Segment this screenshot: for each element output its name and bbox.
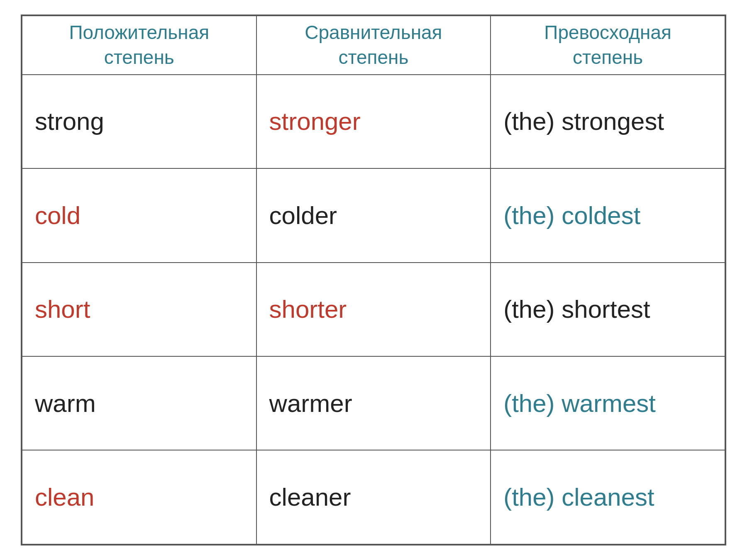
cell-superlative-warm: (the) warmest xyxy=(491,356,725,450)
cell-comparative-cold: colder xyxy=(256,168,491,262)
cell-comparative-warm: warmer xyxy=(256,356,491,450)
cell-positive-clean: clean xyxy=(22,450,256,544)
cell-comparative-clean: cleaner xyxy=(256,450,491,544)
cell-positive-warm: warm xyxy=(22,356,256,450)
table-row-clean: cleancleaner(the) cleanest xyxy=(22,450,725,544)
cell-comparative-short: shorter xyxy=(256,263,491,356)
header-superlative: Превосходнаястепень xyxy=(491,16,725,75)
cell-positive-strong: strong xyxy=(22,75,256,168)
table-row-short: shortshorter(the) shortest xyxy=(22,263,725,356)
cell-superlative-short: (the) shortest xyxy=(491,263,725,356)
header-comparative: Сравнительнаястепень xyxy=(256,16,491,75)
header-positive: Положительнаястепень xyxy=(22,16,256,75)
cell-superlative-clean: (the) cleanest xyxy=(491,450,725,544)
cell-comparative-strong: stronger xyxy=(256,75,491,168)
comparison-table-wrapper: Положительнаястепень Сравнительнаястепен… xyxy=(21,15,726,545)
table-row-warm: warmwarmer(the) warmest xyxy=(22,356,725,450)
cell-superlative-strong: (the) strongest xyxy=(491,75,725,168)
cell-positive-short: short xyxy=(22,263,256,356)
cell-superlative-cold: (the) coldest xyxy=(491,168,725,262)
table-row-strong: strongstronger(the) strongest xyxy=(22,75,725,168)
adjective-comparison-table: Положительнаястепень Сравнительнаястепен… xyxy=(22,15,725,545)
table-row-cold: coldcolder(the) coldest xyxy=(22,168,725,262)
header-row: Положительнаястепень Сравнительнаястепен… xyxy=(22,16,725,75)
cell-positive-cold: cold xyxy=(22,168,256,262)
